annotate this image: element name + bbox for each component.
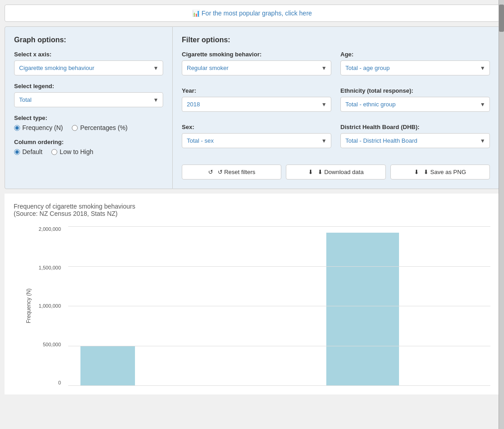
- smoking-field: Cigarette smoking behavior: Regular smok…: [182, 51, 331, 75]
- dhb-select[interactable]: Total - District Health BoardNorthlandWa…: [340, 133, 490, 148]
- save-icon: ⬇: [414, 169, 419, 175]
- frequency-label: Frequency (N): [22, 124, 63, 131]
- sex-select[interactable]: Total - sexMaleFemale: [182, 133, 331, 148]
- dhb-field: District Health Board (DHB): Total - Dis…: [340, 124, 490, 148]
- year-field: Year: 201820132006 ▼: [182, 87, 331, 112]
- download-data-button[interactable]: ⬇ ⬇ Download data: [286, 165, 385, 180]
- age-label: Age:: [340, 51, 490, 58]
- y-tick-4: 2,000,000: [32, 226, 65, 232]
- chart-inner: Frequency (N) 2,000,000 1,500,000 1,000,…: [32, 226, 490, 385]
- smoking-select-wrapper: Regular smokerNever smokedEx-smokerTotal…: [182, 60, 331, 75]
- legend-field: Select legend: Total ▼: [14, 83, 163, 107]
- graph-options-title: Graph options:: [14, 36, 163, 44]
- low-to-high-radio-item[interactable]: Low to High: [51, 148, 93, 155]
- y-tick-0: 0: [32, 380, 65, 385]
- action-buttons: ↺ ↺ Reset filters ⬇ ⬇ Download data ⬇ ⬇ …: [182, 165, 490, 180]
- legend-select-wrapper: Total ▼: [14, 92, 163, 107]
- top-bar: 📊 For the most popular graphs, click her…: [5, 5, 499, 22]
- download-label: ⬇ Download data: [318, 169, 364, 175]
- default-radio[interactable]: [14, 149, 20, 155]
- filter-options-panel: Filter options: Cigarette smoking behavi…: [173, 26, 499, 189]
- ordering-radio-group: Default Low to High: [14, 148, 163, 155]
- type-label: Select type:: [14, 115, 163, 121]
- ethnicity-label: Ethnicity (total response):: [340, 87, 490, 94]
- bar-wrapper-regular-smoker: [323, 226, 402, 385]
- x-axis-field: Select x axis: Cigarette smoking behavio…: [14, 51, 163, 75]
- sex-label: Sex:: [182, 124, 331, 130]
- filter-grid: Cigarette smoking behavior: Regular smok…: [182, 51, 490, 180]
- low-to-high-radio[interactable]: [51, 149, 57, 155]
- chart-title: Frequency of cigarette smoking behaviour…: [14, 203, 490, 217]
- default-radio-item[interactable]: Default: [14, 148, 42, 155]
- dhb-label: District Health Board (DHB):: [340, 124, 490, 130]
- x-axis-select-wrapper: Cigarette smoking behaviour ▼: [14, 60, 163, 75]
- y-axis-label: Frequency (N): [25, 289, 32, 324]
- reset-icon: ↺: [208, 169, 213, 175]
- bar-wrapper-never-smoked: [68, 226, 147, 385]
- reset-label: ↺ Reset filters: [218, 169, 255, 175]
- save-png-button[interactable]: ⬇ ⬇ Save as PNG: [390, 165, 490, 180]
- frequency-radio-item[interactable]: Frequency (N): [14, 124, 63, 131]
- y-tick-3: 1,500,000: [32, 265, 65, 270]
- y-axis-ticks: 2,000,000 1,500,000 1,000,000 500,000 0: [32, 226, 68, 385]
- y-tick-2: 1,000,000: [32, 303, 65, 309]
- x-axis-select[interactable]: Cigarette smoking behaviour: [14, 60, 163, 75]
- year-select[interactable]: 201820132006: [182, 97, 331, 112]
- ethnicity-field: Ethnicity (total response): Total - ethn…: [340, 87, 490, 112]
- bars-container: [68, 226, 490, 385]
- filter-options-title: Filter options:: [182, 36, 490, 44]
- percentage-radio[interactable]: [72, 125, 78, 131]
- scrollbar-thumb[interactable]: [499, 5, 504, 32]
- ethnicity-select[interactable]: Total - ethnic groupEuropeanMāoriPacific…: [340, 97, 490, 112]
- chart-area: Frequency of cigarette smoking behaviour…: [5, 194, 499, 394]
- legend-label: Select legend:: [14, 83, 163, 90]
- ethnicity-select-wrapper: Total - ethnic groupEuropeanMāoriPacific…: [340, 97, 490, 112]
- save-label: ⬇ Save as PNG: [424, 169, 466, 175]
- frequency-radio[interactable]: [14, 125, 20, 131]
- reset-filters-button[interactable]: ↺ ↺ Reset filters: [182, 165, 281, 180]
- smoking-label: Cigarette smoking behavior:: [182, 51, 331, 58]
- graph-options-panel: Graph options: Select x axis: Cigarette …: [5, 26, 173, 189]
- year-select-wrapper: 201820132006 ▼: [182, 97, 331, 112]
- smoking-select[interactable]: Regular smokerNever smokedEx-smokerTotal: [182, 60, 331, 75]
- age-field: Age: Total - age group15-24 years25-34 y…: [340, 51, 490, 75]
- year-label: Year:: [182, 87, 331, 94]
- bar-regular-smoker: [326, 233, 399, 385]
- download-icon: ⬇: [308, 169, 313, 175]
- percentage-label: Percentages (%): [80, 124, 127, 131]
- low-to-high-label: Low to High: [60, 148, 93, 155]
- chart-icon: 📊: [192, 10, 200, 17]
- y-tick-1: 500,000: [32, 342, 65, 347]
- ordering-label: Column ordering:: [14, 139, 163, 145]
- age-select[interactable]: Total - age group15-24 years25-34 years3…: [340, 60, 490, 75]
- type-field: Select type: Frequency (N) Percentages (…: [14, 115, 163, 131]
- sex-select-wrapper: Total - sexMaleFemale ▼: [182, 133, 331, 148]
- ordering-field: Column ordering: Default Low to High: [14, 139, 163, 155]
- age-select-wrapper: Total - age group15-24 years25-34 years3…: [340, 60, 490, 75]
- popular-graphs-link[interactable]: 📊 For the most popular graphs, click her…: [192, 10, 312, 17]
- percentage-radio-item[interactable]: Percentages (%): [72, 124, 127, 131]
- legend-select[interactable]: Total: [14, 92, 163, 107]
- dhb-select-wrapper: Total - District Health BoardNorthlandWa…: [340, 133, 490, 148]
- type-radio-group: Frequency (N) Percentages (%): [14, 124, 163, 131]
- bar-never-smoked: [80, 346, 135, 386]
- sex-field: Sex: Total - sexMaleFemale ▼: [182, 124, 331, 148]
- x-axis-label: Select x axis:: [14, 51, 163, 58]
- options-panel: Graph options: Select x axis: Cigarette …: [5, 26, 499, 189]
- default-label: Default: [22, 148, 42, 155]
- scrollbar[interactable]: [499, 0, 504, 399]
